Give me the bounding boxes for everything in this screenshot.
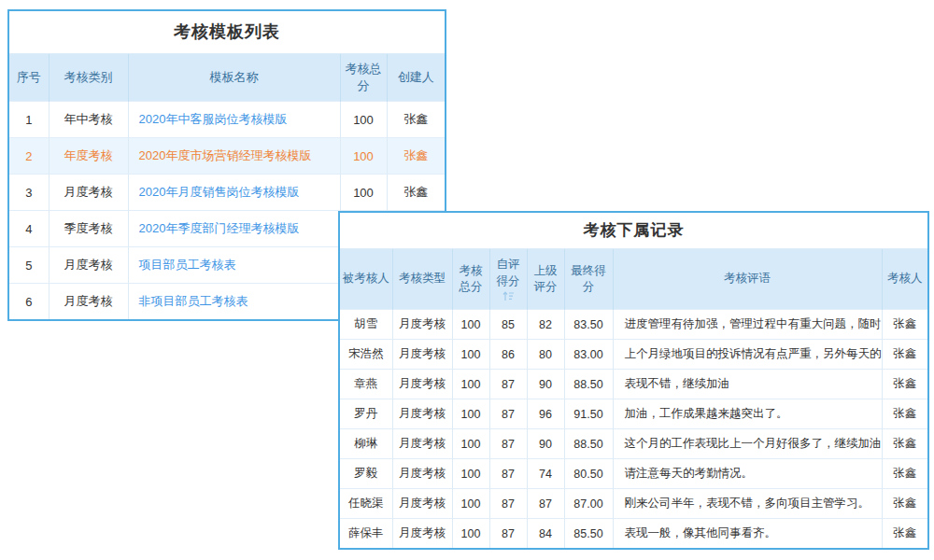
cell-final-score: 87.00 xyxy=(564,489,613,519)
cell-type: 月度考核 xyxy=(392,429,452,459)
cell-comment: 刚来公司半年，表现不错，多向项目主管学习。 xyxy=(613,489,882,519)
cell-type: 月度考核 xyxy=(392,310,452,340)
col-header-category: 考核类别 xyxy=(49,54,128,102)
record-row: 罗毅月度考核100877480.50请注意每天的考勤情况。张鑫 xyxy=(340,459,927,489)
cell-template-name: 2020年月度销售岗位考核模版 xyxy=(128,175,340,211)
cell-self-score: 85 xyxy=(489,310,527,340)
cell-type: 月度考核 xyxy=(392,519,452,549)
cell-superior-score: 82 xyxy=(527,310,564,340)
cell-category: 年中考核 xyxy=(49,102,128,138)
cell-total: 100 xyxy=(452,340,489,370)
cell-self-score: 86 xyxy=(489,340,527,370)
cell-assessor: 张鑫 xyxy=(882,340,927,370)
cell-creator: 张鑫 xyxy=(387,138,445,175)
cell-category: 季度考核 xyxy=(49,211,128,247)
record-row: 章燕月度考核100879088.50表现不错，继续加油张鑫 xyxy=(340,370,927,399)
template-row[interactable]: 1年中考核2020年中客服岗位考核模版100张鑫 xyxy=(9,102,445,138)
cell-template-name: 2020年季度部门经理考核模版 xyxy=(128,211,340,247)
cell-comment: 表现一般，像其他同事看齐。 xyxy=(613,519,882,549)
cell-comment: 进度管理有待加强，管理过程中有重大问题，随时... xyxy=(613,310,882,340)
cell-total: 100 xyxy=(452,310,489,340)
col-header-total: 考核总分 xyxy=(452,249,489,310)
cell-category: 年度考核 xyxy=(49,138,128,175)
record-row: 任晓渠月度考核100878787.00刚来公司半年，表现不错，多向项目主管学习。… xyxy=(340,489,927,519)
col-header-creator: 创建人 xyxy=(387,54,445,102)
cell-self-score: 87 xyxy=(489,459,527,489)
cell-no: 3 xyxy=(9,175,49,211)
col-header-assessor: 考核人 xyxy=(882,249,927,310)
cell-creator: 张鑫 xyxy=(387,102,445,138)
cell-score: 100 xyxy=(340,175,387,211)
cell-person: 薛保丰 xyxy=(340,519,392,549)
col-header-self-score-label: 自评得分 xyxy=(497,258,520,287)
records-header-row: 被考核人 考核类型 考核总分 自评得分 上级评分 最终得分 考核评语 考核人 xyxy=(340,249,927,310)
template-link[interactable]: 项目部员工考核表 xyxy=(139,258,236,272)
template-link[interactable]: 2020年月度销售岗位考核模版 xyxy=(139,185,300,199)
cell-total: 100 xyxy=(452,519,489,549)
cell-comment: 请注意每天的考勤情况。 xyxy=(613,459,882,489)
cell-type: 月度考核 xyxy=(392,340,452,370)
cell-total: 100 xyxy=(452,489,489,519)
template-link[interactable]: 2020年季度部门经理考核模版 xyxy=(139,221,300,235)
col-header-comment: 考核评语 xyxy=(613,249,882,310)
record-row: 柳琳月度考核100879088.50这个月的工作表现比上一个月好很多了，继续加油… xyxy=(340,429,927,459)
cell-no: 4 xyxy=(9,211,49,247)
cell-assessor: 张鑫 xyxy=(882,399,927,429)
cell-final-score: 88.50 xyxy=(564,429,613,459)
col-header-final: 最终得分 xyxy=(564,249,613,310)
cell-self-score: 87 xyxy=(489,399,527,429)
cell-person: 罗丹 xyxy=(340,399,392,429)
cell-person: 胡雪 xyxy=(340,310,392,340)
cell-total: 100 xyxy=(452,399,489,429)
cell-score: 100 xyxy=(340,102,387,138)
cell-total: 100 xyxy=(452,370,489,399)
col-header-no: 序号 xyxy=(9,54,49,102)
records-table: 被考核人 考核类型 考核总分 自评得分 上级评分 最终得分 考核评语 考核人 胡… xyxy=(340,249,927,548)
cell-final-score: 85.50 xyxy=(564,519,613,549)
template-row[interactable]: 3月度考核2020年月度销售岗位考核模版100张鑫 xyxy=(9,175,445,211)
record-row: 罗丹月度考核100879691.50加油，工作成果越来越突出了。张鑫 xyxy=(340,399,927,429)
cell-type: 月度考核 xyxy=(392,399,452,429)
cell-template-name: 2020年度市场营销经理考核模版 xyxy=(128,138,340,175)
col-header-name: 模板名称 xyxy=(128,54,340,102)
cell-person: 任晓渠 xyxy=(340,489,392,519)
cell-self-score: 87 xyxy=(489,519,527,549)
cell-assessor: 张鑫 xyxy=(882,489,927,519)
cell-person: 罗毅 xyxy=(340,459,392,489)
cell-person: 宋浩然 xyxy=(340,340,392,370)
cell-no: 6 xyxy=(9,284,49,320)
template-link[interactable]: 非项目部员工考核表 xyxy=(139,294,248,308)
cell-superior-score: 90 xyxy=(527,429,564,459)
cell-assessor: 张鑫 xyxy=(882,519,927,549)
cell-final-score: 83.00 xyxy=(564,340,613,370)
record-row: 薛保丰月度考核100878485.50表现一般，像其他同事看齐。张鑫 xyxy=(340,519,927,549)
sort-icon[interactable] xyxy=(502,291,515,301)
template-link[interactable]: 2020年度市场营销经理考核模版 xyxy=(139,148,312,162)
cell-total: 100 xyxy=(452,459,489,489)
cell-comment: 这个月的工作表现比上一个月好很多了，继续加油！ xyxy=(613,429,882,459)
cell-score: 100 xyxy=(340,138,387,175)
cell-final-score: 80.50 xyxy=(564,459,613,489)
col-header-type: 考核类型 xyxy=(392,249,452,310)
records-title: 考核下属记录 xyxy=(340,213,927,249)
template-row[interactable]: 2年度考核2020年度市场营销经理考核模版100张鑫 xyxy=(9,138,445,175)
cell-template-name: 项目部员工考核表 xyxy=(128,247,340,284)
col-header-person: 被考核人 xyxy=(340,249,392,310)
cell-person: 柳琳 xyxy=(340,429,392,459)
cell-superior-score: 87 xyxy=(527,489,564,519)
cell-assessor: 张鑫 xyxy=(882,429,927,459)
cell-assessor: 张鑫 xyxy=(882,370,927,399)
col-header-superior: 上级评分 xyxy=(527,249,564,310)
cell-final-score: 83.50 xyxy=(564,310,613,340)
cell-type: 月度考核 xyxy=(392,489,452,519)
cell-template-name: 非项目部员工考核表 xyxy=(128,284,340,320)
cell-creator: 张鑫 xyxy=(387,175,445,211)
cell-final-score: 91.50 xyxy=(564,399,613,429)
cell-person: 章燕 xyxy=(340,370,392,399)
cell-no: 2 xyxy=(9,138,49,175)
cell-assessor: 张鑫 xyxy=(882,310,927,340)
template-link[interactable]: 2020年中客服岗位考核模版 xyxy=(139,112,288,126)
records-panel: 考核下属记录 被考核人 考核类型 考核总分 自评得分 上级评分 最终得分 xyxy=(338,211,929,550)
cell-no: 1 xyxy=(9,102,49,138)
template-header-row: 序号 考核类别 模板名称 考核总分 创建人 xyxy=(9,54,445,102)
